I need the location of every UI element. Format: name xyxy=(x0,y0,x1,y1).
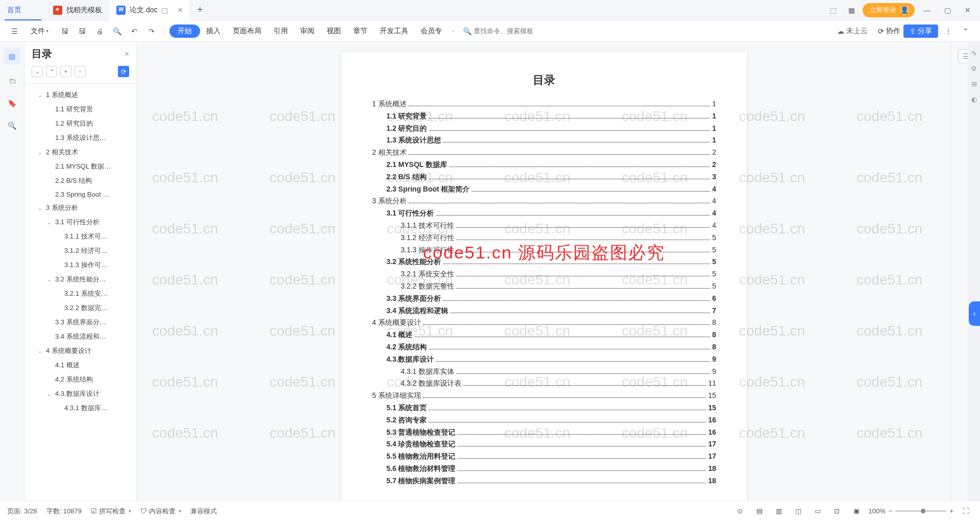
zoom-in-icon[interactable]: + xyxy=(949,507,953,515)
toc-line[interactable]: 3.2.1 系统安全性5 xyxy=(372,268,716,280)
menu-icon[interactable]: ☰ xyxy=(7,24,21,38)
layout-icon[interactable]: ⬚ xyxy=(826,3,840,17)
menu-会员专[interactable]: 会员专 xyxy=(414,20,448,42)
search-panel-icon[interactable]: 🔍 xyxy=(6,120,18,132)
outline-close-icon[interactable]: × xyxy=(125,50,129,59)
rail-icon-3[interactable]: ⊞ xyxy=(970,80,978,88)
toc-line[interactable]: 1.2 研究目的1 xyxy=(372,123,716,135)
sync-icon[interactable]: ⟳ xyxy=(118,66,129,77)
toc-line[interactable]: 2.1 MYSQL 数据库2 xyxy=(372,159,716,171)
tab-templates[interactable]: 找稻壳模板 xyxy=(46,0,109,20)
save-icon[interactable]: 🖫 xyxy=(58,24,72,38)
outline-item[interactable]: 3.2.2 数据完… xyxy=(29,301,132,315)
remove-heading-icon[interactable]: − xyxy=(75,66,86,77)
spellcheck-button[interactable]: ☑拼写检查▾ xyxy=(91,507,131,516)
more-icon[interactable]: ⋮ xyxy=(941,24,955,38)
toc-line[interactable]: 3.3 系统界面分析6 xyxy=(372,293,716,305)
outline-item[interactable]: 3.4 系统流程和… xyxy=(29,329,132,344)
toc-line[interactable]: 4.3.1 数据库实体9 xyxy=(372,366,716,378)
outline-item[interactable]: ⌄1 系统概述 xyxy=(29,88,132,102)
toc-line[interactable]: 5.6 植物救治材料管理18 xyxy=(372,463,716,475)
toc-line[interactable]: 2.3 Spring Boot 框架简介4 xyxy=(372,183,716,196)
outline-item[interactable]: 2.1 MYSQL 数据… xyxy=(29,159,132,174)
outline-item[interactable]: ⌄3.1 可行性分析 xyxy=(29,215,132,229)
side-handle[interactable]: ‹ xyxy=(969,301,980,326)
apps-icon[interactable]: ▦ xyxy=(844,3,859,17)
new-tab-button[interactable]: + xyxy=(190,4,210,16)
view-mode-7-icon[interactable]: ▣ xyxy=(849,504,864,518)
toc-line[interactable]: 5 系统详细实现15 xyxy=(372,390,716,402)
toc-line[interactable]: 5.5 植物救治用料登记17 xyxy=(372,451,716,463)
toc-line[interactable]: 3.1 可行性分析4 xyxy=(372,207,716,220)
maximize-button[interactable]: ▢ xyxy=(939,2,955,18)
minimize-button[interactable]: — xyxy=(919,2,935,18)
outline-item[interactable]: 4.1 概述 xyxy=(29,358,132,372)
fullscreen-icon[interactable]: ⛶ xyxy=(959,504,973,518)
collab-button[interactable]: ⟳协作 xyxy=(878,27,900,36)
menu-插入[interactable]: 插入 xyxy=(200,20,227,42)
outline-item[interactable]: 4.2 系统结构 xyxy=(29,372,132,387)
toc-line[interactable]: 5.2 咨询专家16 xyxy=(372,414,716,427)
split-view-icon[interactable]: ▢ xyxy=(161,6,169,14)
toc-line[interactable]: 3.1.1 技术可行性4 xyxy=(372,220,716,232)
outline-item[interactable]: 4.3.1 数据库… xyxy=(29,401,132,415)
toc-line[interactable]: 1.3 系统设计思想1 xyxy=(372,134,716,147)
toc-line[interactable]: 4.3.2 数据库设计表11 xyxy=(372,377,716,390)
toc-line[interactable]: 2 相关技术2 xyxy=(372,147,716,159)
search-box[interactable]: 🔍 xyxy=(463,27,555,35)
toc-line[interactable]: 3.2.2 数据完整性5 xyxy=(372,280,716,293)
outline-item[interactable]: 3.3 系统界面分… xyxy=(29,315,132,329)
close-tab-icon[interactable]: × xyxy=(178,6,182,15)
outline-item[interactable]: 3.2.1 系统安… xyxy=(29,287,132,301)
outline-item[interactable]: ⌄4 系统概要设计 xyxy=(29,344,132,358)
toc-line[interactable]: 2.2 B/S 结构3 xyxy=(372,171,716,183)
rail-icon-1[interactable]: ✎ xyxy=(970,49,978,57)
outline-item[interactable]: 1.2 研究目的 xyxy=(29,116,132,131)
view-mode-1-icon[interactable]: ⊙ xyxy=(733,504,747,518)
bookmark-icon[interactable]: 🔖 xyxy=(6,97,18,109)
save-as-icon[interactable]: 🖫 xyxy=(75,24,89,38)
toc-line[interactable]: 3 系统分析4 xyxy=(372,195,716,207)
expand-all-icon[interactable]: ⌃ xyxy=(46,66,57,77)
outline-item[interactable]: ⌄3 系统分析 xyxy=(29,201,132,215)
outline-item[interactable]: ⌄4.3.数据库设计 xyxy=(29,387,132,401)
menu-开始[interactable]: 开始 xyxy=(169,25,200,38)
zoom-control[interactable]: 100% − + xyxy=(869,507,953,515)
menu-章节[interactable]: 章节 xyxy=(347,20,374,42)
toc-line[interactable]: 5.4 珍贵植物检查登记17 xyxy=(372,438,716,451)
outline-item[interactable]: ⌄2 相关技术 xyxy=(29,145,132,159)
expand-icon[interactable]: ⌃ xyxy=(959,24,973,38)
close-window-button[interactable]: ✕ xyxy=(960,2,976,18)
rail-icon-4[interactable]: ◐ xyxy=(970,95,978,103)
outline-item[interactable]: 1.3 系统设计思… xyxy=(29,131,132,145)
toc-line[interactable]: 1 系统概述1 xyxy=(372,98,716,110)
view-mode-6-icon[interactable]: ⊡ xyxy=(830,504,844,518)
outline-item[interactable]: 3.1.1 技术可… xyxy=(29,229,132,244)
outline-item[interactable]: ⌄3.2 系统性能分… xyxy=(29,272,132,287)
login-button[interactable]: 立即登录👤 xyxy=(863,3,915,17)
menu-视图[interactable]: 视图 xyxy=(321,20,347,42)
menu-引用[interactable]: 引用 xyxy=(267,20,294,42)
menu-审阅[interactable]: 审阅 xyxy=(294,20,321,42)
toc-line[interactable]: 5.7 植物疾病案例管理18 xyxy=(372,475,716,487)
outline-item[interactable]: 1.1 研究背景 xyxy=(29,102,132,116)
search-input[interactable] xyxy=(474,27,555,35)
toc-line[interactable]: 3.4 系统流程和逻辑7 xyxy=(372,305,716,317)
file-menu[interactable]: 文件▾ xyxy=(24,20,55,42)
word-count[interactable]: 字数: 10879 xyxy=(46,507,82,516)
tab-home[interactable]: 首页 xyxy=(0,0,46,20)
toc-line[interactable]: 4.2 系统结构8 xyxy=(372,341,716,353)
cloud-status[interactable]: ☁未上云 xyxy=(837,27,868,36)
folder-icon[interactable]: 🗀 xyxy=(6,75,18,87)
rail-icon-2[interactable]: ⚙ xyxy=(970,64,978,73)
toc-line[interactable]: 3.1.3 操作可行性5 xyxy=(372,244,716,256)
outline-item[interactable]: 3.1.2 经济可… xyxy=(29,244,132,258)
add-heading-icon[interactable]: + xyxy=(60,66,71,77)
toc-line[interactable]: 4.1 概述8 xyxy=(372,329,716,341)
menu-页面布局[interactable]: 页面布局 xyxy=(227,20,267,42)
toc-line[interactable]: 3.1.2 经济可行性5 xyxy=(372,232,716,244)
content-check-button[interactable]: 🛡内容检查▾ xyxy=(140,507,181,516)
menu-开发工具[interactable]: 开发工具 xyxy=(374,20,414,42)
toc-line[interactable]: 3.2 系统性能分析5 xyxy=(372,256,716,268)
undo-icon[interactable]: ↶ xyxy=(127,24,141,38)
